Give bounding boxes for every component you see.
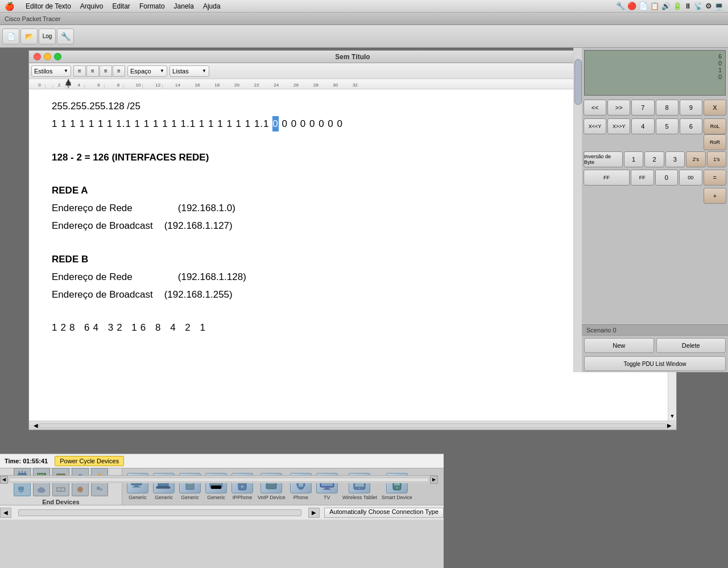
calc-ff-btn[interactable]: FF xyxy=(631,170,654,186)
conn-auto-btn[interactable]: Automatically Choose Connection Type xyxy=(324,508,444,518)
calc-4-btn[interactable]: 4 xyxy=(631,118,654,134)
svg-text:8: 8 xyxy=(117,83,120,88)
h-scroll-left-btn[interactable]: ◀ xyxy=(0,476,8,484)
calc-0-btn[interactable]: 0 xyxy=(655,170,679,186)
calc-3-btn[interactable]: 3 xyxy=(665,151,685,167)
svg-text:20: 20 xyxy=(234,83,240,88)
cat-wan-icon[interactable] xyxy=(52,483,69,496)
cisco-titlebar: Cisco Packet Tracer xyxy=(0,13,728,25)
svg-point-46 xyxy=(39,487,44,491)
toolbar-new-btn[interactable]: 📄 xyxy=(2,28,19,44)
calc-9-btn[interactable]: 9 xyxy=(680,100,702,116)
calc-rol-btn[interactable]: RoL xyxy=(704,118,726,134)
toolbar-icon-btn[interactable]: 🔧 xyxy=(57,28,74,44)
svg-rect-63 xyxy=(211,485,221,489)
tv-label: TV xyxy=(324,495,330,500)
rede-b-rede-row: Endereço de Rede (192.168.1.128) xyxy=(52,269,645,285)
align-right-btn[interactable]: ≡ xyxy=(100,65,112,77)
lists-dropdown[interactable]: Listas ▼ xyxy=(169,65,209,77)
calc-xshr-btn[interactable]: X>>Y xyxy=(607,118,630,134)
svg-text:18: 18 xyxy=(214,83,220,88)
svg-text:26: 26 xyxy=(293,83,299,88)
new-btn[interactable]: New xyxy=(584,338,654,353)
calc-display-row4: 0 xyxy=(588,73,722,80)
editor-content[interactable]: 255.255.255.128 /25 1 1 1 1 1 1 1 1.1 1 … xyxy=(29,89,668,421)
window-controls xyxy=(34,53,61,60)
h-scroll-right-btn[interactable]: ▶ xyxy=(430,476,438,484)
calc-ror-btn[interactable]: RoR xyxy=(704,134,726,150)
calc-7-btn[interactable]: 7 xyxy=(631,100,654,116)
align-justify-btn[interactable]: ≡ xyxy=(113,65,125,77)
conn-scroll-left-btn[interactable]: ◀ xyxy=(0,508,11,518)
h-scroll-right-icon[interactable]: ▶ xyxy=(667,422,672,429)
selected-zero: 0 xyxy=(272,116,278,131)
menu-janela[interactable]: Janela xyxy=(174,2,194,10)
calc-1-btn[interactable]: 1 xyxy=(624,151,643,167)
toggle-pdu-btn[interactable]: Toggle PDU List Window xyxy=(584,356,726,371)
window-maximize-btn[interactable] xyxy=(54,53,61,60)
svg-rect-42 xyxy=(19,492,23,492)
calc-eq-btn[interactable]: = xyxy=(704,170,727,186)
toolbar-open-btn[interactable]: 📂 xyxy=(20,28,38,44)
calc-shift-left-btn[interactable]: << xyxy=(584,100,606,116)
delete-btn[interactable]: Delete xyxy=(656,338,726,353)
cat-multiuser-icon[interactable] xyxy=(91,483,108,496)
menu-ajuda[interactable]: Ajuda xyxy=(203,2,221,10)
window-minimize-btn[interactable] xyxy=(44,53,51,60)
horizontal-scrollbar[interactable]: ◀ ▶ xyxy=(0,475,438,483)
svg-text:28: 28 xyxy=(313,83,319,88)
menu-editor-texto[interactable]: Editor de Texto xyxy=(26,2,71,10)
cat-icons-row2 xyxy=(14,483,108,496)
menu-arquivo[interactable]: Arquivo xyxy=(80,2,104,10)
window-close-btn[interactable] xyxy=(34,53,41,60)
svg-rect-56 xyxy=(156,487,170,488)
svg-text:0: 0 xyxy=(38,83,41,88)
svg-text:24: 24 xyxy=(274,83,279,88)
toolbar-log-btn[interactable]: Log xyxy=(39,28,56,44)
calc-00-btn[interactable]: 00 xyxy=(679,170,702,186)
styles-dropdown[interactable]: Estilos ▼ xyxy=(31,65,71,77)
device-bar: End Devices Generic Generic xyxy=(0,468,444,505)
svg-rect-41 xyxy=(19,491,23,492)
calc-plus-btn[interactable]: + xyxy=(704,188,726,204)
calc-1s-btn[interactable]: 1's xyxy=(707,151,726,167)
calc-6-btn[interactable]: 6 xyxy=(680,118,702,134)
conn-scroll-track[interactable] xyxy=(18,509,301,516)
ipphone-label: IPPhone xyxy=(233,495,253,500)
svg-rect-74 xyxy=(323,489,331,490)
pt-status-bar: Time: 01:55:41 Power Cycle Devices xyxy=(0,454,444,468)
menu-formato[interactable]: Formato xyxy=(139,2,165,10)
calc-xshl-btn[interactable]: X<<Y xyxy=(584,118,606,134)
svg-point-66 xyxy=(241,485,243,488)
calc-8-btn[interactable]: 8 xyxy=(656,100,679,116)
calc-inv-byte-btn[interactable]: Inversão de Byte xyxy=(584,151,623,167)
svg-text:16: 16 xyxy=(195,83,201,88)
device-list: Generic Generic Generic xyxy=(122,468,444,505)
calc-shift-right-btn[interactable]: >> xyxy=(607,100,630,116)
window-title: Sem Título xyxy=(335,53,370,61)
power-cycle-btn[interactable]: Power Cycle Devices xyxy=(55,456,124,466)
calc-inv-word-btn[interactable]: FF xyxy=(584,170,630,186)
conn-scroll-right-btn[interactable]: ▶ xyxy=(308,508,320,518)
cat-custom-icon[interactable] xyxy=(72,483,89,496)
calc-2-btn[interactable]: 2 xyxy=(644,151,664,167)
calc-x-btn[interactable]: X xyxy=(704,100,726,116)
svg-point-51 xyxy=(100,488,102,491)
cat-enddevices-icon[interactable] xyxy=(14,483,31,496)
svg-rect-73 xyxy=(325,488,329,489)
right-scrollbar[interactable] xyxy=(573,48,582,372)
h-scroll-track[interactable] xyxy=(39,423,666,428)
spacing-dropdown[interactable]: Espaço ▼ xyxy=(127,65,167,77)
apple-menu[interactable]: 🍎 xyxy=(5,2,14,11)
h-scroll-inner-track[interactable] xyxy=(9,478,429,482)
menu-editar[interactable]: Editar xyxy=(113,2,130,10)
calc-2s-btn[interactable]: 2's xyxy=(686,151,705,167)
h-scroll-left-icon[interactable]: ◀ xyxy=(34,422,38,429)
align-center-btn[interactable]: ≡ xyxy=(86,65,99,77)
svg-rect-40 xyxy=(18,487,24,491)
cat-cloud-icon[interactable] xyxy=(33,483,50,496)
align-left-btn[interactable]: ≡ xyxy=(73,65,86,77)
calc-5-btn[interactable]: 5 xyxy=(656,118,679,134)
wireless-tablet-label: Wireless Tablet xyxy=(342,495,377,500)
rede-a-header: REDE A xyxy=(52,183,645,198)
